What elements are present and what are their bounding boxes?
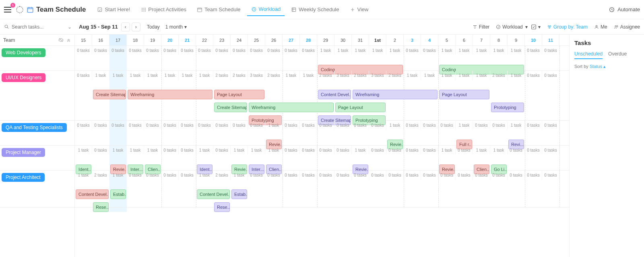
task-count: 1 task	[456, 46, 473, 55]
filter-button[interactable]: Filter	[473, 24, 490, 30]
day-header[interactable]: 1st	[369, 35, 386, 45]
search-icon	[4, 24, 9, 29]
task-count: 0 tasks	[92, 146, 109, 155]
automate-button[interactable]: Automate	[609, 6, 640, 13]
tab-team-schedule[interactable]: Team Schedule	[193, 3, 245, 16]
task-count: 0 tasks	[386, 171, 404, 180]
tab-start-here-[interactable]: Start Here!	[93, 3, 134, 16]
day-header[interactable]: 8	[490, 35, 508, 45]
day-header[interactable]: 17	[109, 35, 127, 45]
task-bar[interactable]: Content Devel...	[318, 90, 351, 99]
workload-grid[interactable]: 15161718192021222324252627282930311st234…	[75, 35, 569, 257]
day-header[interactable]: 5	[438, 35, 456, 45]
day-header[interactable]: 2	[386, 35, 404, 45]
task-count: 1 task	[144, 71, 161, 80]
team-tag[interactable]: UI/UX Designers	[2, 73, 45, 82]
day-header[interactable]: 15	[75, 35, 92, 45]
day-header[interactable]: 25	[248, 35, 265, 45]
person-icon	[594, 25, 599, 29]
day-header[interactable]: 18	[127, 35, 144, 45]
svg-point-2	[145, 8, 145, 8]
menu-button[interactable]: 1	[4, 5, 13, 14]
search-dropdown[interactable]: ⌄	[68, 24, 72, 30]
day-header[interactable]: 11	[542, 35, 559, 45]
day-header[interactable]: 9	[508, 35, 525, 45]
team-column: Team Web DevelopersUI/UX DesignersQA and…	[0, 35, 75, 257]
groupby-button[interactable]: Group by: Team	[547, 24, 588, 30]
day-header[interactable]: 19	[144, 35, 161, 45]
assignee-button[interactable]: Assignee	[614, 24, 640, 30]
day-header[interactable]: 7	[473, 35, 490, 45]
svg-rect-1	[98, 8, 102, 11]
task-bar[interactable]: Prototyping	[491, 103, 524, 112]
task-count: 1 task	[196, 171, 213, 180]
checkbox-icon[interactable]	[531, 24, 537, 30]
task-bar[interactable]: Page Layout	[439, 90, 489, 99]
task-bar[interactable]: Content Devel...	[76, 189, 109, 199]
me-button[interactable]: Me	[594, 24, 607, 30]
next-button[interactable]: ›	[132, 23, 140, 31]
day-header[interactable]: 30	[334, 35, 352, 45]
task-count: 1 task	[438, 46, 456, 55]
day-header[interactable]: 29	[317, 35, 334, 45]
day-header[interactable]: 3	[404, 35, 421, 45]
tab-view[interactable]: View	[346, 3, 373, 16]
day-header[interactable]: 20	[161, 35, 179, 45]
svg-rect-5	[198, 8, 202, 11]
tab-weekly-schedule[interactable]: Weekly Schedule	[287, 3, 343, 16]
task-count: 1 task	[300, 71, 317, 80]
day-header[interactable]: 4	[421, 35, 438, 45]
eye-off-icon[interactable]	[58, 37, 64, 43]
day-header[interactable]: 26	[265, 35, 283, 45]
day-header[interactable]: 6	[456, 35, 473, 45]
svg-point-4	[145, 10, 145, 11]
day-header[interactable]: 21	[179, 35, 196, 45]
task-bar[interactable]: Wireframing	[128, 90, 213, 99]
task-count: 0 tasks	[473, 171, 490, 180]
day-header[interactable]: 10	[525, 35, 542, 45]
day-header[interactable]: 16	[92, 35, 109, 45]
task-bar[interactable]: Estab...	[231, 189, 247, 199]
task-bar[interactable]: Wireframing	[353, 90, 438, 99]
search-input[interactable]	[12, 24, 56, 30]
task-bar[interactable]: Create Sitemap	[214, 103, 247, 112]
task-count: 1 task	[386, 46, 404, 55]
day-header[interactable]: 28	[300, 35, 317, 45]
day-header[interactable]: 23	[213, 35, 231, 45]
day-header[interactable]: 27	[283, 35, 300, 45]
task-count: 1 task	[473, 46, 490, 55]
task-bar[interactable]: Estab...	[110, 189, 126, 199]
day-header[interactable]: 31	[352, 35, 369, 45]
task-count: 1 task	[352, 46, 369, 55]
task-bar[interactable]: Create Sitemap	[93, 90, 126, 99]
task-bar[interactable]: Rese...	[93, 202, 109, 212]
team-tag[interactable]: Project Manager	[2, 148, 45, 157]
task-count: 1 task	[404, 71, 421, 80]
task-bar[interactable]: Wireframing	[249, 103, 334, 112]
range-selector[interactable]: 1 month ▾	[165, 24, 187, 30]
date-range[interactable]: Aug 15 - Sep 11	[79, 24, 118, 30]
search-box[interactable]	[4, 24, 64, 30]
collapse-icon[interactable]	[66, 37, 71, 43]
task-bar[interactable]: Page Layout	[335, 103, 386, 112]
app-icon[interactable]	[16, 6, 23, 13]
task-bar[interactable]: Rese...	[214, 202, 230, 212]
task-count: 2 tasks	[317, 71, 334, 80]
tab-project-activities[interactable]: Project Activities	[136, 3, 190, 16]
team-tag[interactable]: Project Architect	[2, 173, 45, 182]
task-bar[interactable]: Content Devel...	[197, 189, 230, 199]
team-tag[interactable]: QA and Testing Specialists	[2, 123, 67, 132]
filter-icon	[473, 25, 477, 29]
day-header[interactable]: 24	[231, 35, 248, 45]
task-count: 0 tasks	[161, 146, 179, 155]
today-button[interactable]: Today	[147, 24, 160, 30]
tasks-tab-overdue[interactable]: Overdue	[608, 51, 627, 59]
day-header[interactable]: 22	[196, 35, 213, 45]
tab-workload[interactable]: Workload	[247, 3, 285, 16]
team-tag[interactable]: Web Developers	[2, 48, 45, 57]
tasks-tab-unscheduled[interactable]: Unscheduled	[574, 51, 603, 59]
prev-button[interactable]: ‹	[121, 23, 130, 31]
task-bar[interactable]: Page Layout	[214, 90, 264, 99]
sort-selector[interactable]: Status ▴	[590, 64, 606, 69]
workload-button[interactable]: Workload ▾ ▾	[496, 24, 540, 30]
